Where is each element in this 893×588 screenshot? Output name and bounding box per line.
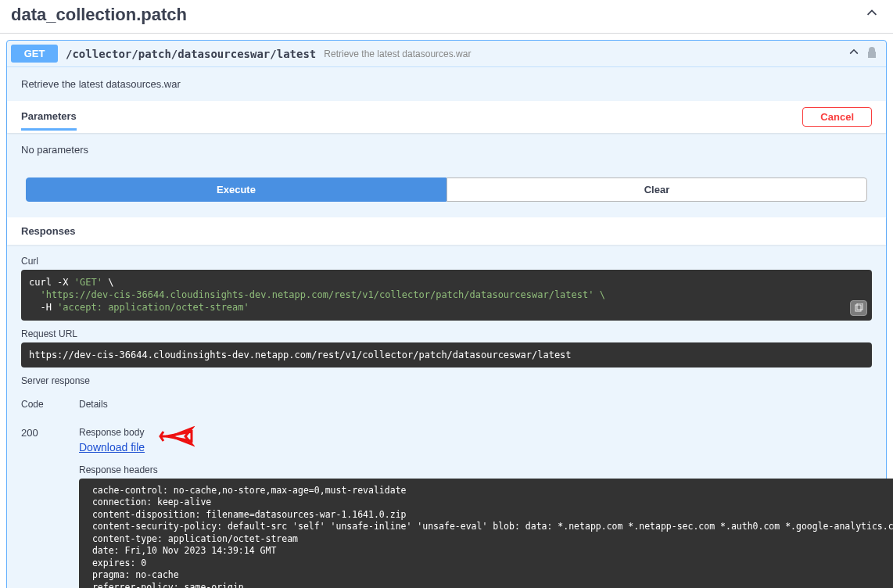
- operation-summary[interactable]: GET /collector/patch/datasourceswar/late…: [7, 41, 886, 66]
- response-headers-block: cache-control: no-cache,no-store,max-age…: [79, 479, 893, 588]
- copy-icon[interactable]: [850, 300, 867, 316]
- operation-path: /collector/patch/datasourceswar/latest: [66, 48, 316, 60]
- tag-title: data_collection.patch: [11, 5, 862, 25]
- request-url-label: Request URL: [21, 328, 872, 339]
- chevron-up-icon: [862, 6, 882, 24]
- tag-header[interactable]: data_collection.patch: [0, 0, 893, 34]
- code-header: Code: [21, 394, 76, 414]
- details-header: Details: [79, 394, 893, 414]
- tag-section: data_collection.patch GET /collector/pat…: [0, 0, 893, 588]
- responses-title: Responses: [7, 217, 886, 245]
- parameters-title: Parameters: [21, 110, 77, 124]
- curl-label: Curl: [21, 256, 872, 267]
- response-body-label: Response body: [79, 427, 893, 438]
- responses-body: Curl curl -X 'GET' \ 'https://dev-cis-36…: [7, 245, 886, 588]
- chevron-up-icon: [848, 46, 860, 61]
- http-method-badge: GET: [11, 45, 58, 63]
- operation-body: Retrieve the latest datasources.war Para…: [7, 66, 886, 588]
- operation-block: GET /collector/patch/datasourceswar/late…: [6, 40, 887, 588]
- curl-block: curl -X 'GET' \ 'https://dev-cis-36644.c…: [21, 270, 872, 321]
- response-code: 200: [21, 414, 76, 588]
- response-headers-label: Response headers: [79, 464, 893, 475]
- clear-button[interactable]: Clear: [446, 177, 867, 202]
- operation-summary-text: Retrieve the latest datasources.war: [324, 48, 471, 59]
- lock-icon[interactable]: [866, 46, 877, 62]
- cancel-button[interactable]: Cancel: [802, 107, 872, 127]
- action-button-row: Execute Clear: [7, 167, 886, 217]
- execute-button[interactable]: Execute: [26, 177, 446, 202]
- operation-description: Retrieve the latest datasources.war: [7, 67, 886, 101]
- request-url-block: https://dev-cis-36644.cloudinsights-dev.…: [21, 342, 872, 368]
- server-response-label: Server response: [21, 375, 872, 386]
- parameters-header: Parameters Cancel: [7, 101, 886, 133]
- svg-rect-0: [855, 305, 861, 311]
- download-file-link[interactable]: Download file: [79, 441, 145, 454]
- no-parameters-text: No parameters: [7, 133, 886, 167]
- response-details: Response body Download file Response hea…: [79, 414, 893, 588]
- svg-rect-1: [857, 303, 863, 310]
- response-table: Code Details 200 Response body Download …: [21, 394, 872, 588]
